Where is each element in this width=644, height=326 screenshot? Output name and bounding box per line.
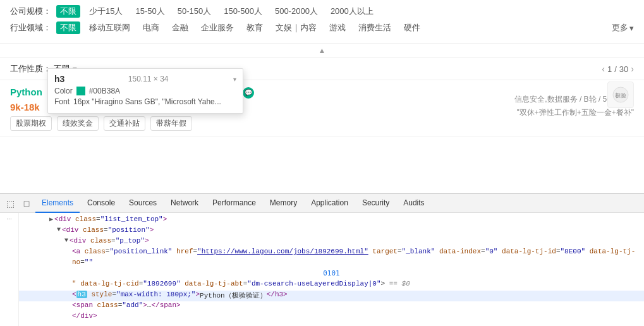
code-line-binary: 0101 [19,269,644,280]
company-size-15[interactable]: 少于15人 [85,5,126,18]
company-size-2000plus[interactable]: 2000人以上 [327,5,377,18]
tab-console[interactable]: Console [81,194,121,213]
company-size-50-150[interactable]: 50-150人 [174,5,215,18]
industry-consumer[interactable]: 消费生活 [355,21,395,34]
company-logo-image: 极验 [612,86,629,104]
inspect-element-button[interactable]: ⬚ [3,196,18,211]
company-size-row: 公司规模： 不限 少于15人 15-50人 50-150人 150-500人 5… [10,5,634,18]
tab-audits[interactable]: Audits [397,194,430,213]
tooltip-element-tag: h3 [54,74,64,84]
collapse-arrow-icon[interactable]: ▲ [319,46,326,55]
devtools-gutter: ··· [0,213,19,326]
industry-hardware[interactable]: 硬件 [400,21,424,34]
more-arrow-icon: ▾ [629,23,634,33]
code-line-5: no="" [19,258,644,269]
filter-bar: 公司规模： 不限 少于15人 15-50人 50-150人 150-500人 5… [0,0,644,44]
industry-ecommerce[interactable]: 电商 [139,21,163,34]
color-swatch [76,87,85,95]
industry-enterprise[interactable]: 企业服务 [197,21,238,34]
company-size-500-2000[interactable]: 500-2000人 [271,5,322,18]
industry-unlimited[interactable]: 不限 [56,21,80,34]
color-label: Color [54,87,73,95]
job-tag-transport: 交通补贴 [104,116,145,131]
devtools-content: ··· ▶ <div class = "list_item_top" > ▼ <… [0,213,644,326]
more-industries-button[interactable]: 更多 ▾ [612,22,634,33]
dollar-zero: $0 [402,280,410,287]
job-tags-row: 股票期权 绩效奖金 交通补贴 带薪年假 [10,116,634,131]
font-label: Font [54,97,70,106]
tab-performance[interactable]: Performance [206,194,262,213]
tab-application[interactable]: Application [305,194,355,213]
h3-tag-highlight: h3 [76,291,87,298]
tab-sources[interactable]: Sources [123,194,163,213]
industry-gaming[interactable]: 游戏 [325,21,349,34]
tab-memory[interactable]: Memory [264,194,303,213]
devtools-toolbar: ⬚ □ Elements Console Sources Network Per… [0,194,644,213]
tooltip-header: h3 150.11 × 34 ▾ [54,74,236,84]
total-pages: 30 [619,64,628,74]
industry-education[interactable]: 教育 [243,21,267,34]
next-page-button[interactable]: › [631,64,634,74]
industry-mobile[interactable]: 移动互联网 [85,21,134,34]
industry-entertainment[interactable]: 文娱｜内容 [272,21,320,34]
code-line-span: <span class="add" > … </span> [19,301,644,312]
tooltip-expand-icon[interactable]: ▾ [233,76,236,83]
devtools-panel: ⬚ □ Elements Console Sources Network Per… [0,193,644,326]
code-line-4: <a class="position_link" href= "https://… [19,248,644,258]
pagination: ‹ 1 / 30 › [602,64,634,74]
job-tag-vacation: 带薪年假 [150,116,192,131]
job-tag-stock: 股票期权 [10,116,52,131]
code-line-3: ▼ <div class = "p_top" > [19,237,644,248]
code-arrow-1[interactable]: ▶ [49,215,53,223]
tab-elements[interactable]: Elements [35,194,80,213]
company-size-15-50[interactable]: 15-50人 [131,5,168,18]
tooltip-color-row: Color #00B38A [54,87,236,95]
binary-display: 0101 [323,269,340,277]
industry-finance[interactable]: 金融 [168,21,192,34]
job-tag-bonus: 绩效奖金 [57,116,99,131]
tooltip-font-row: Font 16px "Hiragino Sans GB", "Microsoft… [54,97,236,106]
code-line-h3: < h3 style="max-width: 180px;" > Python（… [19,291,644,301]
code-arrow-2[interactable]: ▼ [57,226,61,233]
tooltip-dimensions: 150.11 × 34 [128,75,169,83]
company-size-150-500[interactable]: 150-500人 [220,5,266,18]
devtools-code-view[interactable]: ▶ <div class = "list_item_top" > ▼ <div … [19,213,644,326]
tab-security[interactable]: Security [356,194,396,213]
font-value: 16px "Hiragino Sans GB", "Microsoft Yahe… [73,97,221,106]
current-page: 1 [607,64,612,74]
company-size-unlimited[interactable]: 不限 [56,5,80,18]
company-section: 极验 ✓ 信息安全,数据服务 / B轮 / 50-150人 "双休+弹性工作制+… [514,80,634,118]
color-value: #00B38A [89,87,120,95]
industry-label: 行业领域： [10,22,51,33]
code-line-2: ▼ <div class = "position" > [19,226,644,237]
job-salary: 9k-18k [10,102,40,112]
industry-row: 行业领域： 不限 移动互联网 电商 金融 企业服务 教育 文娱｜内容 游戏 消费… [10,21,634,34]
code-line-6: " data-lg-tj-cid="1892699" data-lg-tj-ab… [19,280,644,291]
code-arrow-3[interactable]: ▼ [64,237,68,244]
company-size-label: 公司规模： [10,6,51,17]
code-line-close: </div> [19,312,644,323]
svg-text:极验: 极验 [614,92,626,99]
tab-network[interactable]: Network [164,194,205,213]
company-benefit: "双休+弹性工作制+五险一金+餐补" [516,107,634,118]
collapse-row: ▲ [0,44,644,58]
gutter-dots: ··· [6,215,11,222]
chat-button[interactable]: 💬 [243,87,254,99]
device-toggle-button[interactable]: □ [19,196,34,211]
company-logo: 极验 [607,82,634,108]
prev-page-button[interactable]: ‹ [602,64,605,74]
code-line-1: ▶ <div class = "list_item_top" > [19,215,644,226]
element-tooltip: h3 150.11 × 34 ▾ Color #00B38A Font 16px… [47,68,243,114]
